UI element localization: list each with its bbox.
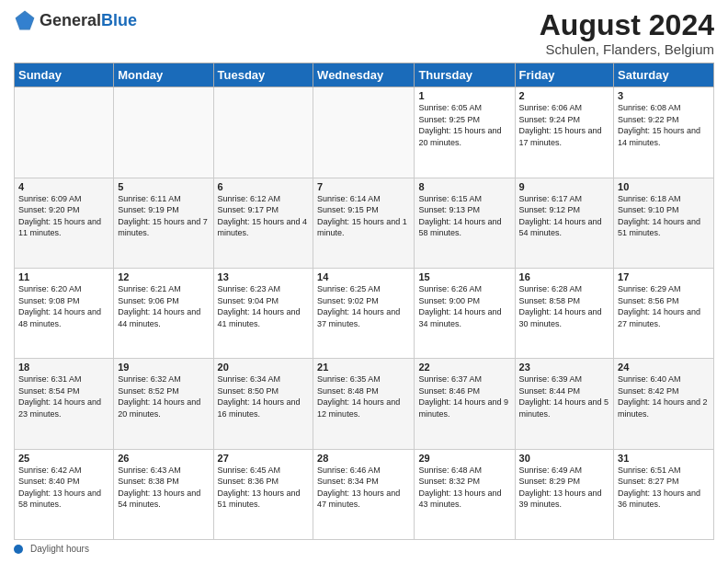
day-number: 12 <box>118 271 209 282</box>
calendar-cell: 14Sunrise: 6:25 AM Sunset: 9:02 PM Dayli… <box>313 268 415 358</box>
calendar-cell: 28Sunrise: 6:46 AM Sunset: 8:34 PM Dayli… <box>313 449 415 539</box>
calendar-cell: 5Sunrise: 6:11 AM Sunset: 9:19 PM Daylig… <box>114 178 213 268</box>
day-number: 25 <box>18 453 109 464</box>
day-number: 14 <box>317 271 410 282</box>
day-number: 24 <box>618 362 710 373</box>
day-info: Sunrise: 6:42 AM Sunset: 8:40 PM Dayligh… <box>18 465 109 511</box>
day-number: 21 <box>317 362 410 373</box>
day-number: 27 <box>218 453 310 464</box>
day-number: 13 <box>218 271 310 282</box>
day-number: 23 <box>519 362 610 373</box>
column-header-wednesday: Wednesday <box>313 63 415 87</box>
day-info: Sunrise: 6:15 AM Sunset: 9:13 PM Dayligh… <box>418 193 510 239</box>
day-number: 20 <box>218 362 310 373</box>
day-number: 3 <box>618 90 710 101</box>
day-number: 28 <box>317 453 410 464</box>
daylight-dot <box>14 545 23 554</box>
day-number: 8 <box>418 181 510 192</box>
calendar-cell: 8Sunrise: 6:15 AM Sunset: 9:13 PM Daylig… <box>415 178 515 268</box>
day-info: Sunrise: 6:40 AM Sunset: 8:42 PM Dayligh… <box>618 373 710 419</box>
day-info: Sunrise: 6:43 AM Sunset: 8:38 PM Dayligh… <box>118 465 209 511</box>
footer-label: Daylight hours <box>30 544 89 554</box>
day-info: Sunrise: 6:23 AM Sunset: 9:04 PM Dayligh… <box>218 283 310 329</box>
calendar-week-row: 4Sunrise: 6:09 AM Sunset: 9:20 PM Daylig… <box>15 178 714 268</box>
column-header-friday: Friday <box>515 63 614 87</box>
day-info: Sunrise: 6:08 AM Sunset: 9:22 PM Dayligh… <box>618 102 710 148</box>
day-info: Sunrise: 6:48 AM Sunset: 8:32 PM Dayligh… <box>418 465 510 511</box>
column-header-saturday: Saturday <box>614 63 714 87</box>
day-info: Sunrise: 6:06 AM Sunset: 9:24 PM Dayligh… <box>519 102 610 148</box>
day-info: Sunrise: 6:35 AM Sunset: 8:48 PM Dayligh… <box>317 373 410 419</box>
calendar-cell: 25Sunrise: 6:42 AM Sunset: 8:40 PM Dayli… <box>15 449 114 539</box>
day-number: 6 <box>218 181 310 192</box>
calendar-header-row: SundayMondayTuesdayWednesdayThursdayFrid… <box>15 63 714 87</box>
calendar-cell: 11Sunrise: 6:20 AM Sunset: 9:08 PM Dayli… <box>15 268 114 358</box>
column-header-tuesday: Tuesday <box>213 63 313 87</box>
calendar-cell: 22Sunrise: 6:37 AM Sunset: 8:46 PM Dayli… <box>415 359 515 449</box>
calendar-cell: 27Sunrise: 6:45 AM Sunset: 8:36 PM Dayli… <box>213 449 313 539</box>
logo-icon <box>14 9 36 31</box>
calendar-subtitle: Schulen, Flanders, Belgium <box>540 41 714 57</box>
day-info: Sunrise: 6:29 AM Sunset: 8:56 PM Dayligh… <box>618 283 710 329</box>
day-info: Sunrise: 6:05 AM Sunset: 9:25 PM Dayligh… <box>418 102 510 148</box>
day-info: Sunrise: 6:14 AM Sunset: 9:15 PM Dayligh… <box>317 193 410 239</box>
calendar-cell: 31Sunrise: 6:51 AM Sunset: 8:27 PM Dayli… <box>614 449 714 539</box>
day-info: Sunrise: 6:34 AM Sunset: 8:50 PM Dayligh… <box>218 373 310 419</box>
column-header-sunday: Sunday <box>15 63 114 87</box>
day-number: 10 <box>618 181 710 192</box>
day-info: Sunrise: 6:37 AM Sunset: 8:46 PM Dayligh… <box>418 373 510 419</box>
calendar-cell: 10Sunrise: 6:18 AM Sunset: 9:10 PM Dayli… <box>614 178 714 268</box>
calendar-cell: 17Sunrise: 6:29 AM Sunset: 8:56 PM Dayli… <box>614 268 714 358</box>
calendar-cell: 16Sunrise: 6:28 AM Sunset: 8:58 PM Dayli… <box>515 268 614 358</box>
calendar-cell: 15Sunrise: 6:26 AM Sunset: 9:00 PM Dayli… <box>415 268 515 358</box>
day-info: Sunrise: 6:31 AM Sunset: 8:54 PM Dayligh… <box>18 373 109 419</box>
day-number: 31 <box>618 453 710 464</box>
logo: GeneralBlue <box>14 9 137 31</box>
day-info: Sunrise: 6:28 AM Sunset: 8:58 PM Dayligh… <box>519 283 610 329</box>
calendar-cell: 20Sunrise: 6:34 AM Sunset: 8:50 PM Dayli… <box>213 359 313 449</box>
calendar-cell: 3Sunrise: 6:08 AM Sunset: 9:22 PM Daylig… <box>614 87 714 178</box>
day-info: Sunrise: 6:21 AM Sunset: 9:06 PM Dayligh… <box>118 283 209 329</box>
calendar-cell: 26Sunrise: 6:43 AM Sunset: 8:38 PM Dayli… <box>114 449 213 539</box>
day-info: Sunrise: 6:09 AM Sunset: 9:20 PM Dayligh… <box>18 193 109 239</box>
calendar-cell: 13Sunrise: 6:23 AM Sunset: 9:04 PM Dayli… <box>213 268 313 358</box>
calendar-cell: 6Sunrise: 6:12 AM Sunset: 9:17 PM Daylig… <box>213 178 313 268</box>
calendar-cell: 4Sunrise: 6:09 AM Sunset: 9:20 PM Daylig… <box>15 178 114 268</box>
day-number: 30 <box>519 453 610 464</box>
calendar-week-row: 11Sunrise: 6:20 AM Sunset: 9:08 PM Dayli… <box>15 268 714 358</box>
day-info: Sunrise: 6:20 AM Sunset: 9:08 PM Dayligh… <box>18 283 109 329</box>
day-number: 18 <box>18 362 109 373</box>
day-number: 7 <box>317 181 410 192</box>
day-info: Sunrise: 6:11 AM Sunset: 9:19 PM Dayligh… <box>118 193 209 239</box>
logo-text: GeneralBlue <box>40 12 137 29</box>
day-number: 2 <box>519 90 610 101</box>
day-info: Sunrise: 6:25 AM Sunset: 9:02 PM Dayligh… <box>317 283 410 329</box>
day-number: 17 <box>618 271 710 282</box>
title-block: August 2024 Schulen, Flanders, Belgium <box>540 9 714 57</box>
day-info: Sunrise: 6:26 AM Sunset: 9:00 PM Dayligh… <box>418 283 510 329</box>
calendar-cell: 19Sunrise: 6:32 AM Sunset: 8:52 PM Dayli… <box>114 359 213 449</box>
calendar-table: SundayMondayTuesdayWednesdayThursdayFrid… <box>14 63 714 540</box>
calendar-cell: 1Sunrise: 6:05 AM Sunset: 9:25 PM Daylig… <box>415 87 515 178</box>
calendar-cell: 29Sunrise: 6:48 AM Sunset: 8:32 PM Dayli… <box>415 449 515 539</box>
day-number: 29 <box>418 453 510 464</box>
day-number: 15 <box>418 271 510 282</box>
day-info: Sunrise: 6:39 AM Sunset: 8:44 PM Dayligh… <box>519 373 610 419</box>
calendar-week-row: 1Sunrise: 6:05 AM Sunset: 9:25 PM Daylig… <box>15 87 714 178</box>
calendar-week-row: 18Sunrise: 6:31 AM Sunset: 8:54 PM Dayli… <box>15 359 714 449</box>
column-header-monday: Monday <box>114 63 213 87</box>
day-info: Sunrise: 6:17 AM Sunset: 9:12 PM Dayligh… <box>519 193 610 239</box>
day-info: Sunrise: 6:49 AM Sunset: 8:29 PM Dayligh… <box>519 465 610 511</box>
calendar-cell: 2Sunrise: 6:06 AM Sunset: 9:24 PM Daylig… <box>515 87 614 178</box>
day-info: Sunrise: 6:32 AM Sunset: 8:52 PM Dayligh… <box>118 373 209 419</box>
column-header-thursday: Thursday <box>415 63 515 87</box>
calendar-cell: 21Sunrise: 6:35 AM Sunset: 8:48 PM Dayli… <box>313 359 415 449</box>
day-number: 26 <box>118 453 209 464</box>
calendar-cell: 30Sunrise: 6:49 AM Sunset: 8:29 PM Dayli… <box>515 449 614 539</box>
day-number: 5 <box>118 181 209 192</box>
day-number: 11 <box>18 271 109 282</box>
day-number: 16 <box>519 271 610 282</box>
day-info: Sunrise: 6:12 AM Sunset: 9:17 PM Dayligh… <box>218 193 310 239</box>
day-number: 22 <box>418 362 510 373</box>
day-info: Sunrise: 6:18 AM Sunset: 9:10 PM Dayligh… <box>618 193 710 239</box>
